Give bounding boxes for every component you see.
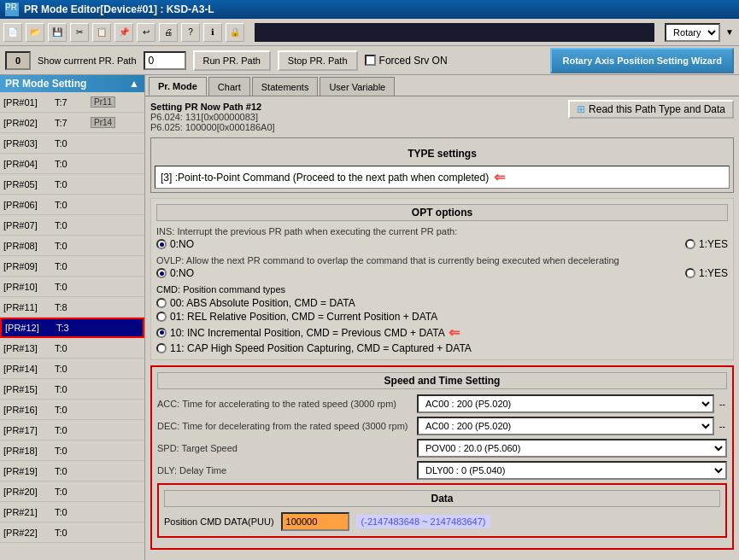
ins-0-radio[interactable] xyxy=(156,239,167,249)
sidebar-item-pr12[interactable]: [PR#12] T:3 xyxy=(0,318,144,338)
sidebar-item-id: [PR#10] xyxy=(3,282,55,292)
sidebar-item-pr01[interactable]: [PR#01] T:7 Pr11 xyxy=(0,92,144,113)
sidebar-item-pr04[interactable]: [PR#04] T:0 xyxy=(0,154,144,174)
cmd-01-option[interactable]: 01: REL Relative Position, CMD = Current… xyxy=(156,311,728,323)
sidebar-item-pr14[interactable]: [PR#14] T:0 xyxy=(0,359,144,379)
print-icon[interactable]: 🖨 xyxy=(159,23,178,42)
sidebar-item-pr05[interactable]: [PR#05] T:0 xyxy=(0,174,144,195)
sidebar-item-pr11[interactable]: [PR#11] T:8 xyxy=(0,297,144,318)
help-icon[interactable]: ? xyxy=(181,23,200,42)
cmd-01-radio[interactable] xyxy=(156,312,167,322)
run-path-button[interactable]: Run PR. Path xyxy=(193,50,271,71)
position-row: Position CMD DATA(PUU) (-2147483648 ~ 21… xyxy=(164,512,720,531)
lock-icon[interactable]: 🔒 xyxy=(226,23,244,42)
sidebar-item-id: [PR#12] xyxy=(5,323,56,333)
sidebar-items: [PR#01] T:7 Pr11 [PR#02] T:7 Pr14 [PR#03… xyxy=(0,92,144,543)
sidebar-item-pr13[interactable]: [PR#13] T:0 xyxy=(0,338,144,359)
ovlp-1-option[interactable]: 1:YES xyxy=(685,267,728,279)
cmd-11-radio[interactable] xyxy=(156,343,167,353)
sidebar-item-pr02[interactable]: [PR#02] T:7 Pr14 xyxy=(0,113,144,133)
paste-icon[interactable]: 📌 xyxy=(114,23,133,42)
sidebar-item-pr21[interactable]: [PR#21] T:0 xyxy=(0,502,144,522)
tab-statements[interactable]: Statements xyxy=(252,77,319,96)
spd-row: SPD: Target Speed POV00 : 20.0 (P5.060) xyxy=(157,439,727,458)
pr-path-info: Setting PR Now Path #12 P6.024: 131[0x00… xyxy=(150,102,275,132)
sidebar-item-pr08[interactable]: [PR#08] T:0 xyxy=(0,236,144,256)
sidebar-item-id: [PR#14] xyxy=(3,364,55,374)
cmd-00-option[interactable]: 00: ABS Absolute Position, CMD = DATA xyxy=(156,297,728,309)
main-layout: PR Mode Setting ▲ [PR#01] T:7 Pr11 [PR#0… xyxy=(0,75,739,560)
forced-srv-checkbox[interactable] xyxy=(365,55,376,66)
ins-1-option[interactable]: 1:YES xyxy=(685,238,728,250)
sidebar-item-pr15[interactable]: [PR#15] T:0 xyxy=(0,379,144,400)
ins-0-option[interactable]: 0:NO xyxy=(156,238,194,250)
new-icon[interactable]: 📄 xyxy=(3,23,22,42)
path-input[interactable] xyxy=(144,51,186,70)
cmd-10-radio[interactable] xyxy=(156,328,167,338)
stop-path-button[interactable]: Stop PR. Path xyxy=(278,50,358,71)
sidebar-item-pr03[interactable]: [PR#03] T:0 xyxy=(0,133,144,154)
sidebar-item-val: T:0 xyxy=(55,138,89,149)
sidebar-item-val: T:7 xyxy=(55,118,89,128)
sidebar-item-pr22[interactable]: [PR#22] T:0 xyxy=(0,522,144,543)
title-text: PR Mode Editor[Device#01] : KSD-A3-L xyxy=(24,3,214,15)
ovlp-1-radio[interactable] xyxy=(685,268,695,278)
app-icon: PR xyxy=(5,3,19,16)
sidebar-item-pr07[interactable]: [PR#07] T:0 xyxy=(0,215,144,236)
sidebar-item-pr09[interactable]: [PR#09] T:0 xyxy=(0,256,144,277)
sidebar-item-pr20[interactable]: [PR#20] T:0 xyxy=(0,481,144,502)
read-icon: ⊞ xyxy=(577,103,585,115)
cmd-10-option[interactable]: 10: INC Incremental Position, CMD = Prev… xyxy=(156,324,728,341)
ovlp-row: OVLP: Allow the next PR command to overl… xyxy=(156,255,728,279)
sidebar-item-pr10[interactable]: [PR#10] T:0 xyxy=(0,277,144,297)
sidebar-item-val: T:0 xyxy=(55,507,89,517)
sidebar-item-id: [PR#13] xyxy=(3,343,55,353)
sidebar-item-id: [PR#16] xyxy=(3,405,55,415)
sidebar-item-pr17[interactable]: [PR#17] T:0 xyxy=(0,420,144,440)
sidebar-item-val: T:0 xyxy=(55,343,89,353)
dec-row: DEC: Time for decelerating from the rate… xyxy=(157,417,727,435)
acc-select[interactable]: AC00 : 200 (P5.020) xyxy=(417,394,714,413)
rotary-wizard-button[interactable]: Rotary Axis Position Setting Wizard xyxy=(550,48,734,73)
cmd-11-option[interactable]: 11: CAP High Speed Position Capturing, C… xyxy=(156,342,728,354)
content-area: Pr. Mode Chart Statements User Variable … xyxy=(145,75,739,560)
sidebar-item-pr18[interactable]: [PR#18] T:0 xyxy=(0,440,144,461)
undo-icon[interactable]: ↩ xyxy=(137,23,155,42)
dec-select[interactable]: AC00 : 200 (P5.020) xyxy=(417,417,714,435)
sidebar-header: PR Mode Setting ▲ xyxy=(0,75,144,92)
ovlp-0-option[interactable]: 0:NO xyxy=(156,267,194,279)
save-icon[interactable]: 💾 xyxy=(48,23,67,42)
info-icon[interactable]: ℹ xyxy=(203,23,222,42)
sidebar: PR Mode Setting ▲ [PR#01] T:7 Pr11 [PR#0… xyxy=(0,75,145,560)
read-path-button[interactable]: ⊞ Read this Path Type and Data xyxy=(568,100,734,119)
speed-header: Speed and Time Setting xyxy=(157,372,727,389)
sidebar-item-id: [PR#04] xyxy=(3,159,55,169)
cut-icon[interactable]: ✂ xyxy=(70,23,89,42)
sidebar-item-id: [PR#05] xyxy=(3,179,55,190)
tab-chart[interactable]: Chart xyxy=(208,77,250,96)
cmd-arrow-icon: ⇐ xyxy=(449,324,460,341)
sidebar-item-pr19[interactable]: [PR#19] T:0 xyxy=(0,461,144,481)
sidebar-item-pr16[interactable]: [PR#16] T:0 xyxy=(0,400,144,420)
sidebar-item-id: [PR#01] xyxy=(3,97,55,108)
tab-pr-mode[interactable]: Pr. Mode xyxy=(149,77,207,96)
cmd-00-radio[interactable] xyxy=(156,298,167,308)
spd-select[interactable]: POV00 : 20.0 (P5.060) xyxy=(417,439,727,458)
copy-icon[interactable]: 📋 xyxy=(92,23,111,42)
type-arrow-icon: ⇐ xyxy=(494,169,505,185)
ovlp-0-radio[interactable] xyxy=(156,268,167,278)
title-bar: PR PR Mode Editor[Device#01] : KSD-A3-L xyxy=(0,0,739,19)
forced-srv-control: Forced Srv ON xyxy=(365,55,448,67)
position-input[interactable] xyxy=(281,512,349,531)
tab-user-variable[interactable]: User Variable xyxy=(320,77,395,96)
tab-bar: Pr. Mode Chart Statements User Variable xyxy=(145,75,739,96)
sidebar-item-pr06[interactable]: [PR#06] T:0 xyxy=(0,195,144,215)
ins-1-radio[interactable] xyxy=(685,239,695,249)
sidebar-item-val: T:0 xyxy=(55,261,89,271)
rotary-select[interactable]: Rotary xyxy=(665,23,720,42)
open-icon[interactable]: 📂 xyxy=(26,23,44,42)
sidebar-item-id: [PR#07] xyxy=(3,220,55,230)
dly-select[interactable]: DLY00 : 0 (P5.040) xyxy=(417,461,727,480)
show-pr-label: Show currrent PR. Path xyxy=(38,55,137,66)
sidebar-item-id: [PR#22] xyxy=(3,528,55,538)
